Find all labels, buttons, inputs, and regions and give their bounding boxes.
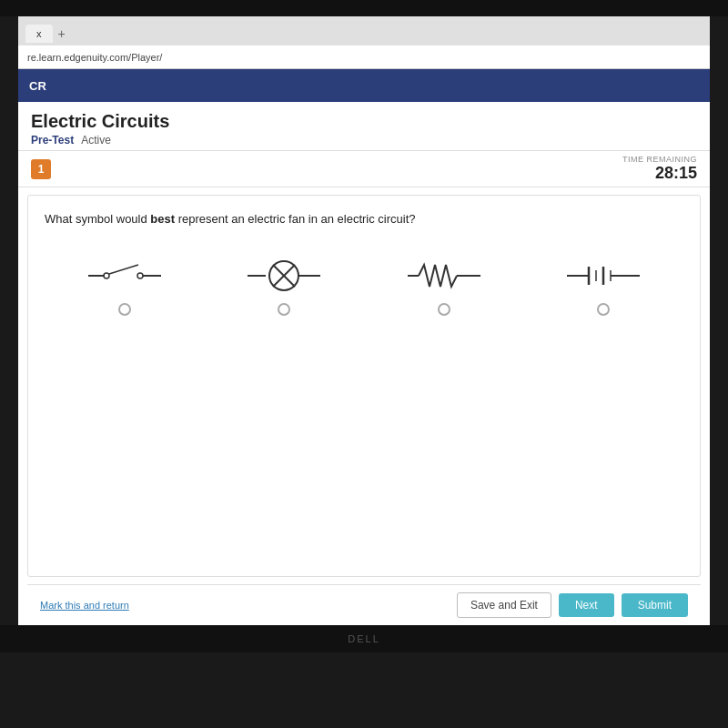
motor-symbol bbox=[248, 258, 320, 294]
battery-symbol bbox=[567, 258, 640, 294]
course-subtitle: Pre-Test Active bbox=[31, 134, 697, 147]
resistor-symbol bbox=[408, 258, 480, 294]
answer-choice-c[interactable] bbox=[399, 258, 490, 316]
status-badge: Active bbox=[81, 134, 111, 147]
bezel-bottom: DELL bbox=[0, 625, 728, 652]
time-remaining: TIME REMAINING 28:15 bbox=[622, 155, 697, 183]
tab-bar: x + bbox=[18, 16, 710, 46]
radio-a[interactable] bbox=[118, 303, 131, 316]
bottom-bar: Mark this and return Save and Exit Next … bbox=[27, 584, 701, 625]
tab-label: x bbox=[36, 28, 42, 39]
browser-tab[interactable]: x bbox=[25, 25, 53, 43]
bezel-top bbox=[0, 0, 728, 16]
answer-choices bbox=[45, 248, 683, 325]
url-text: re.learn.edgenuity.com/Player/ bbox=[27, 52, 162, 63]
question-text-part1: What symbol would bbox=[45, 212, 150, 226]
question-text-part2: represent an electric fan in an electric… bbox=[175, 212, 415, 226]
screen-wrapper: x + re.learn.edgenuity.com/Player/ CR El… bbox=[18, 16, 710, 625]
question-text: What symbol would best represent an elec… bbox=[45, 210, 683, 228]
pre-test-label: Pre-Test bbox=[31, 134, 74, 147]
app-header: CR bbox=[18, 69, 710, 102]
time-label: TIME REMAINING bbox=[622, 155, 697, 164]
app-header-label: CR bbox=[29, 79, 46, 93]
question-area: What symbol would best represent an elec… bbox=[27, 195, 701, 577]
time-value: 28:15 bbox=[622, 164, 697, 183]
address-bar[interactable]: re.learn.edgenuity.com/Player/ bbox=[18, 46, 710, 69]
radio-d[interactable] bbox=[597, 303, 610, 316]
svg-point-3 bbox=[137, 273, 143, 278]
radio-b[interactable] bbox=[278, 303, 290, 316]
bottom-buttons: Save and Exit Next Submit bbox=[457, 592, 688, 618]
course-title: Electric Circuits bbox=[31, 111, 697, 132]
answer-choice-b[interactable] bbox=[238, 258, 329, 316]
svg-line-2 bbox=[109, 265, 138, 274]
next-button[interactable]: Next bbox=[559, 593, 614, 617]
course-title-area: Electric Circuits Pre-Test Active bbox=[18, 102, 710, 151]
answer-choice-a[interactable] bbox=[79, 258, 170, 316]
dell-logo: DELL bbox=[348, 633, 380, 644]
submit-button[interactable]: Submit bbox=[622, 593, 688, 617]
browser-chrome: x + re.learn.edgenuity.com/Player/ bbox=[18, 16, 710, 69]
mark-return-link[interactable]: Mark this and return bbox=[40, 600, 129, 611]
question-bold: best bbox=[150, 212, 175, 226]
answer-choice-d[interactable] bbox=[558, 258, 649, 316]
new-tab-button[interactable]: + bbox=[58, 26, 66, 41]
radio-c[interactable] bbox=[438, 303, 450, 316]
question-toolbar: 1 TIME REMAINING 28:15 bbox=[18, 151, 710, 187]
save-exit-button[interactable]: Save and Exit bbox=[457, 592, 551, 618]
switch-symbol bbox=[88, 258, 161, 294]
question-number-badge: 1 bbox=[31, 159, 51, 179]
